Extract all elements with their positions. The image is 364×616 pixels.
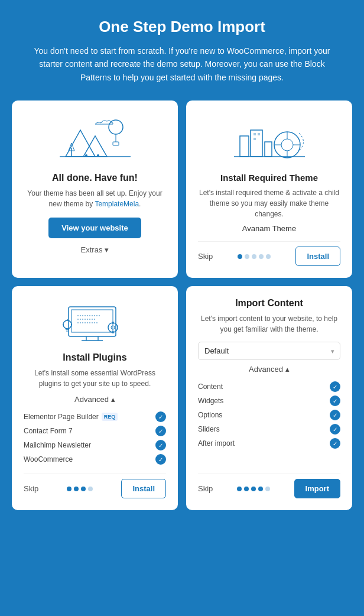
import-item: Sliders ✓ [198, 422, 340, 436]
import-dots [237, 487, 270, 491]
check-icon: ✓ [155, 426, 166, 436]
card-import-desc: Let's import content to your website, to… [198, 313, 340, 335]
import-button[interactable]: Import [294, 479, 340, 498]
theme-name: Avanam Theme [242, 224, 296, 233]
svg-rect-12 [265, 142, 272, 157]
import-select[interactable]: Default [198, 342, 340, 360]
dot-2 [74, 487, 79, 491]
import-item: Widgets ✓ [198, 394, 340, 408]
req-badge: REQ [102, 413, 118, 421]
import-checklist: Content ✓ Widgets ✓ Options ✓ Sliders ✓ … [198, 380, 340, 450]
plugin-item: Elementor Page Builder REQ ✓ [24, 410, 166, 424]
plugins-advanced-chevron-icon: ▴ [111, 395, 115, 404]
check-icon: ✓ [330, 424, 340, 435]
svg-rect-10 [240, 136, 249, 157]
svg-rect-4 [113, 142, 119, 145]
page-subtitle: You don't need to start from scratch. If… [28, 44, 336, 84]
theme-install-button[interactable]: Install [295, 247, 340, 266]
plugins-illustration [57, 298, 134, 345]
dot-3 [81, 487, 86, 491]
import-advanced-chevron-icon: ▴ [285, 365, 290, 374]
svg-point-32 [63, 320, 72, 329]
check-icon: ✓ [155, 411, 166, 422]
svg-marker-1 [83, 136, 107, 157]
dot-2 [244, 487, 249, 491]
card-import: Import Content Let's import content to y… [186, 286, 352, 510]
card-plugins: Install Plugins Let's install some essen… [12, 286, 178, 510]
import-select-wrapper[interactable]: Default ▾ [198, 342, 340, 360]
svg-point-9 [97, 154, 99, 157]
svg-rect-31 [112, 331, 114, 333]
card-done-desc: Your theme has been all set up. Enjoy yo… [24, 188, 166, 209]
dot-4 [258, 487, 263, 491]
page-title: One Step Demo Import [99, 18, 265, 36]
extras-toggle[interactable]: Extras ▾ [81, 245, 109, 254]
plugin-name: WooCommerce [24, 455, 73, 463]
check-icon: ✓ [330, 410, 340, 420]
theme-skip-button[interactable]: Skip [198, 252, 213, 261]
import-item: After import ✓ [198, 436, 340, 450]
dot-3 [251, 487, 256, 491]
theme-illustration [228, 112, 311, 166]
dot-5 [265, 487, 270, 491]
import-item: Content ✓ [198, 380, 340, 394]
card-theme-desc: Let's install required theme & activate … [198, 187, 340, 219]
plugin-name: Contact Form 7 [24, 427, 73, 435]
plugin-name: Mailchimp Newsletter [24, 441, 91, 449]
dot-1 [237, 487, 242, 491]
dot-5 [266, 254, 271, 259]
card-theme-title: Install Required Theme [220, 173, 318, 183]
check-icon: ✓ [330, 395, 340, 406]
dot-1 [67, 487, 72, 491]
svg-rect-21 [258, 133, 260, 135]
card-theme-footer: Skip Install [198, 241, 340, 266]
theme-dots [238, 254, 271, 259]
import-advanced-toggle[interactable]: Advanced ▴ [198, 365, 340, 374]
plugin-item: WooCommerce ✓ [24, 452, 166, 466]
card-import-title: Import Content [198, 298, 340, 309]
svg-rect-11 [251, 130, 262, 157]
view-website-button[interactable]: View your website [48, 218, 141, 238]
card-plugins-desc: Let's install some essential WordPress p… [24, 368, 166, 389]
plugin-name: Elementor Page Builder [24, 413, 99, 421]
card-theme: Install Required Theme Let's install req… [186, 100, 352, 278]
card-plugins-title: Install Plugins [24, 352, 166, 363]
dot-2 [245, 254, 249, 259]
done-illustration [54, 112, 136, 166]
dot-4 [88, 487, 93, 491]
plugins-install-button[interactable]: Install [121, 479, 166, 498]
svg-rect-30 [112, 322, 114, 324]
import-skip-button[interactable]: Skip [198, 484, 213, 493]
card-plugins-footer: Skip Install [24, 474, 166, 498]
plugin-item: Contact Form 7 ✓ [24, 424, 166, 438]
svg-point-14 [281, 139, 293, 151]
plugin-item: Mailchimp Newsletter ✓ [24, 438, 166, 452]
card-import-footer: Skip Import [198, 474, 340, 498]
cards-grid: All done. Have fun! Your theme has been … [12, 100, 352, 510]
check-icon: ✓ [330, 438, 340, 449]
check-icon: ✓ [330, 381, 340, 392]
svg-rect-24 [72, 310, 113, 332]
extras-chevron-icon: ▾ [105, 245, 109, 254]
svg-rect-22 [254, 138, 256, 140]
card-done-title: All done. Have fun! [52, 173, 138, 183]
plugins-advanced-toggle[interactable]: Advanced ▴ [24, 395, 166, 404]
dot-1 [238, 254, 242, 259]
plugins-checklist: Elementor Page Builder REQ ✓ Contact For… [24, 410, 166, 466]
dot-3 [252, 254, 256, 259]
templatemela-link[interactable]: TemplateMela [95, 200, 139, 208]
card-done: All done. Have fun! Your theme has been … [12, 100, 178, 278]
dot-4 [259, 254, 264, 259]
svg-rect-20 [254, 133, 256, 135]
plugins-skip-button[interactable]: Skip [24, 484, 38, 493]
import-item: Options ✓ [198, 408, 340, 422]
check-icon: ✓ [155, 440, 166, 450]
plugins-dots [67, 487, 93, 491]
check-icon: ✓ [155, 454, 166, 465]
svg-point-8 [85, 154, 87, 157]
